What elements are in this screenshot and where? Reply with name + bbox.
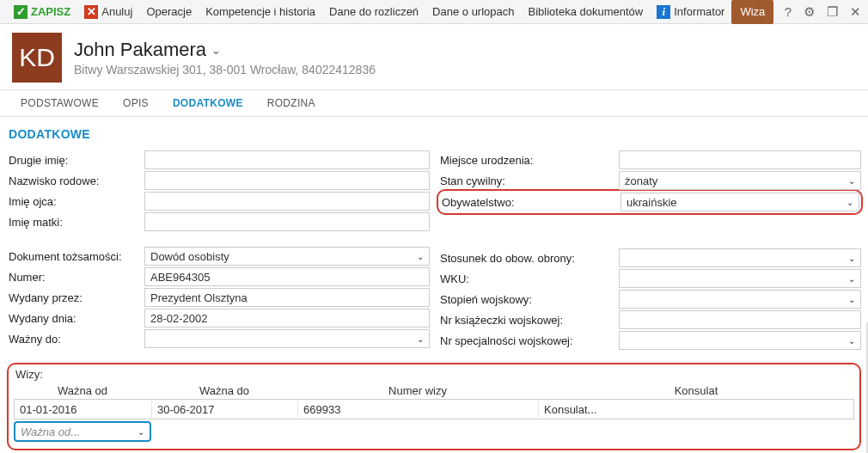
chevron-down-icon: ⌄ [848, 254, 855, 263]
id-doc-select[interactable]: Dowód osobisty⌄ [144, 247, 430, 266]
mother-input[interactable] [144, 212, 430, 231]
person-address: Bitwy Warszawskiej 301, 38-001 Wrocław, … [74, 63, 376, 77]
visa-section: Wizy: Ważna od Ważna do Numer wizy Konsu… [7, 363, 861, 450]
help-icon[interactable]: ? [785, 4, 792, 19]
cancel-button[interactable]: ✕ Anuluj [77, 0, 139, 24]
label-valid-to: Ważny do: [7, 333, 144, 346]
visa-cell-num[interactable]: 669933 [298, 401, 539, 418]
label-middle: Drugie imię: [7, 154, 144, 167]
chevron-down-icon: ⌄ [848, 274, 855, 284]
gear-icon[interactable]: ⚙ [804, 4, 815, 20]
header: KD John Pakamera ⌄ Bitwy Warszawskiej 30… [0, 24, 868, 90]
restore-icon[interactable]: ❐ [827, 4, 838, 20]
label-issued-on: Wydany dnia: [7, 312, 144, 325]
filter-placeholder: Ważna od... [21, 425, 80, 438]
chevron-down-icon: ⌄ [848, 295, 855, 304]
person-name-dropdown[interactable]: John Pakamera ⌄ [74, 39, 376, 61]
save-label: ZAPISZ [31, 5, 70, 18]
visa-col-to[interactable]: Ważna do [151, 383, 297, 399]
label-wku: WKU: [438, 272, 619, 285]
section-title: DODATKOWE [0, 117, 868, 150]
visa-cell-to[interactable]: 30-06-2017 [152, 401, 298, 418]
chevron-down-icon: ⌄ [417, 252, 424, 261]
issued-by-input[interactable]: Prezydent Olsztyna [144, 288, 430, 307]
birthplace-input[interactable] [619, 150, 861, 169]
label-rank: Stopień wojskowy: [438, 293, 619, 306]
competencies-menu[interactable]: Kompetencje i historia [199, 0, 322, 24]
label-issued-by: Wydany przez: [7, 291, 144, 304]
visa-col-from[interactable]: Ważna od [14, 383, 151, 399]
label-maiden: Nazwisko rodowe: [7, 174, 144, 187]
middle-input[interactable] [144, 150, 430, 169]
label-id-doc: Dokument tożsamości: [7, 250, 144, 263]
chevron-down-icon: ⌄ [211, 44, 221, 57]
marital-select[interactable]: żonaty⌄ [619, 171, 861, 190]
close-window-icon[interactable]: ✕ [850, 4, 861, 20]
content: Drugie imię: Nazwisko rodowe: Imię ojca:… [0, 150, 868, 453]
label-number: Numer: [7, 271, 144, 284]
visa-col-num[interactable]: Numer wizy [297, 383, 538, 399]
tab-podstawowe[interactable]: PODSTAWOWE [9, 90, 111, 116]
book-input[interactable] [619, 310, 861, 329]
label-father: Imię ojca: [7, 195, 144, 208]
tab-dodatkowe[interactable]: DODATKOWE [161, 90, 255, 116]
chevron-down-icon: ⌄ [847, 198, 853, 207]
visa-title: Wizy: [14, 368, 854, 383]
valid-to-select[interactable]: ⌄ [144, 329, 430, 348]
number-input[interactable]: ABE964305 [144, 267, 430, 286]
info-icon: i [657, 5, 670, 19]
label-spec: Nr specjalności wojskowej: [438, 334, 619, 347]
label-mother: Imię matki: [7, 216, 144, 229]
defense-select[interactable]: ⌄ [619, 248, 861, 267]
chevron-down-icon: ⌄ [848, 176, 855, 186]
tabs: PODSTAWOWE OPIS DODATKOWE RODZINA [0, 90, 868, 117]
info-menu[interactable]: i Informator [650, 0, 731, 24]
label-citizenship: Obywatelstwo: [440, 196, 620, 209]
top-toolbar: ✓ ZAPISZ ✕ Anuluj Operacje Kompetencje i… [0, 0, 868, 24]
visa-button[interactable]: Wiza [731, 0, 773, 24]
table-row[interactable]: 01-01-2016 30-06-2017 669933 Konsulat... [14, 399, 854, 419]
operations-menu[interactable]: Operacje [139, 0, 199, 24]
visa-cell-from[interactable]: 01-01-2016 [15, 401, 152, 418]
tab-rodzina[interactable]: RODZINA [255, 90, 327, 116]
tab-opis[interactable]: OPIS [111, 90, 161, 116]
leave-menu[interactable]: Dane o urlopach [425, 0, 521, 24]
issued-on-input[interactable]: 28-02-2002 [144, 309, 430, 328]
spec-select[interactable]: ⌄ [619, 331, 861, 350]
avatar: KD [12, 33, 62, 83]
visa-cell-cons[interactable]: Konsulat... [539, 401, 853, 418]
label-marital: Stan cywilny: [438, 174, 619, 187]
close-icon: ✕ [84, 5, 98, 19]
save-button[interactable]: ✓ ZAPISZ [7, 0, 77, 24]
chevron-down-icon: ⌄ [138, 427, 144, 437]
maiden-input[interactable] [144, 171, 430, 190]
docs-menu[interactable]: Biblioteka dokumentów [522, 0, 651, 24]
billing-menu[interactable]: Dane do rozliczeń [322, 0, 425, 24]
wku-select[interactable]: ⌄ [619, 269, 861, 288]
father-input[interactable] [144, 192, 430, 211]
chevron-down-icon: ⌄ [848, 336, 855, 346]
visa-filter-from[interactable]: Ważna od... ⌄ [14, 421, 151, 442]
citizenship-select[interactable]: ukraińskie⌄ [620, 193, 859, 211]
cancel-label: Anuluj [101, 5, 132, 18]
label-book: Nr książeczki wojskowej: [438, 314, 619, 327]
check-icon: ✓ [14, 5, 28, 19]
citizenship-highlight: Obywatelstwo:ukraińskie⌄ [437, 189, 863, 215]
chevron-down-icon: ⌄ [417, 334, 424, 344]
person-name: John Pakamera [74, 39, 206, 61]
rank-select[interactable]: ⌄ [619, 290, 861, 309]
label-defense: Stosunek do obow. obrony: [438, 252, 619, 265]
visa-col-cons[interactable]: Konsulat [538, 383, 854, 399]
visa-header: Ważna od Ważna do Numer wizy Konsulat [14, 383, 854, 399]
label-birthplace: Miejsce urodzenia: [438, 154, 619, 167]
